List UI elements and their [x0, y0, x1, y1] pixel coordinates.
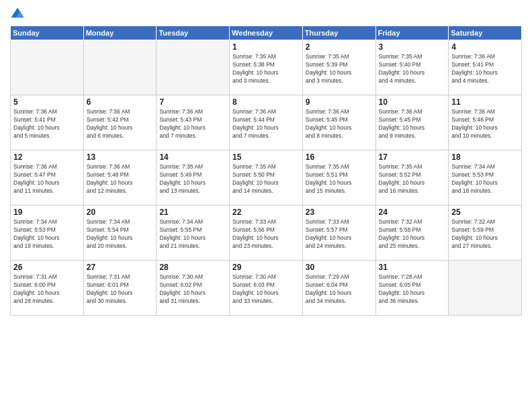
calendar-cell: 23Sunrise: 7:33 AM Sunset: 5:57 PM Dayli…	[302, 205, 375, 261]
calendar-cell: 29Sunrise: 7:30 AM Sunset: 6:03 PM Dayli…	[230, 261, 303, 316]
day-info: Sunrise: 7:36 AM Sunset: 5:44 PM Dayligh…	[232, 108, 300, 140]
day-number: 12	[13, 152, 81, 162]
day-info: Sunrise: 7:34 AM Sunset: 5:53 PM Dayligh…	[451, 163, 519, 195]
day-number: 5	[13, 97, 81, 107]
day-number: 7	[159, 97, 226, 107]
logo	[10, 7, 28, 21]
calendar-cell	[449, 261, 522, 316]
calendar-cell: 21Sunrise: 7:34 AM Sunset: 5:55 PM Dayli…	[157, 205, 230, 261]
calendar-week-1: 1Sunrise: 7:35 AM Sunset: 5:38 PM Daylig…	[11, 40, 522, 95]
day-info: Sunrise: 7:35 AM Sunset: 5:38 PM Dayligh…	[232, 53, 300, 85]
day-number: 13	[87, 152, 154, 162]
day-info: Sunrise: 7:30 AM Sunset: 6:02 PM Dayligh…	[159, 273, 226, 306]
day-number: 14	[159, 152, 226, 162]
day-info: Sunrise: 7:34 AM Sunset: 5:53 PM Dayligh…	[13, 218, 81, 250]
calendar-cell: 16Sunrise: 7:35 AM Sunset: 5:51 PM Dayli…	[302, 150, 375, 205]
calendar-cell: 18Sunrise: 7:34 AM Sunset: 5:53 PM Dayli…	[449, 150, 522, 205]
header	[10, 7, 522, 21]
calendar-cell: 9Sunrise: 7:36 AM Sunset: 5:45 PM Daylig…	[302, 95, 375, 150]
day-info: Sunrise: 7:36 AM Sunset: 5:48 PM Dayligh…	[87, 163, 154, 195]
calendar-cell: 12Sunrise: 7:36 AM Sunset: 5:47 PM Dayli…	[11, 150, 84, 205]
col-header-sunday: Sunday	[11, 26, 84, 40]
calendar-table: SundayMondayTuesdayWednesdayThursdayFrid…	[10, 26, 522, 316]
day-info: Sunrise: 7:36 AM Sunset: 5:41 PM Dayligh…	[13, 108, 81, 140]
calendar-cell: 14Sunrise: 7:35 AM Sunset: 5:49 PM Dayli…	[157, 150, 230, 205]
calendar-cell: 28Sunrise: 7:30 AM Sunset: 6:02 PM Dayli…	[157, 261, 230, 316]
calendar-cell	[83, 40, 157, 95]
day-number: 22	[232, 208, 300, 217]
calendar-cell: 24Sunrise: 7:32 AM Sunset: 5:58 PM Dayli…	[375, 205, 449, 261]
day-info: Sunrise: 7:33 AM Sunset: 5:56 PM Dayligh…	[232, 218, 300, 250]
day-number: 27	[87, 263, 154, 272]
day-number: 2	[306, 42, 373, 52]
day-info: Sunrise: 7:36 AM Sunset: 5:46 PM Dayligh…	[451, 108, 519, 140]
day-number: 26	[13, 263, 81, 272]
col-header-thursday: Thursday	[302, 26, 375, 40]
day-info: Sunrise: 7:34 AM Sunset: 5:55 PM Dayligh…	[159, 218, 226, 250]
day-info: Sunrise: 7:36 AM Sunset: 5:41 PM Dayligh…	[451, 53, 519, 85]
day-info: Sunrise: 7:30 AM Sunset: 6:03 PM Dayligh…	[232, 273, 300, 306]
calendar-cell: 20Sunrise: 7:34 AM Sunset: 5:54 PM Dayli…	[83, 205, 157, 261]
day-number: 18	[451, 152, 519, 162]
calendar-cell: 8Sunrise: 7:36 AM Sunset: 5:44 PM Daylig…	[230, 95, 303, 150]
calendar-cell: 31Sunrise: 7:28 AM Sunset: 6:05 PM Dayli…	[375, 261, 449, 316]
day-number: 31	[379, 263, 446, 272]
page: SundayMondayTuesdayWednesdayThursdayFrid…	[0, 0, 532, 411]
day-number: 19	[13, 208, 81, 217]
day-info: Sunrise: 7:31 AM Sunset: 6:01 PM Dayligh…	[87, 273, 154, 306]
calendar-cell: 26Sunrise: 7:31 AM Sunset: 6:00 PM Dayli…	[11, 261, 84, 316]
day-number: 24	[379, 208, 446, 217]
calendar-cell	[157, 40, 230, 95]
day-number: 3	[379, 42, 446, 52]
calendar-cell	[11, 40, 84, 95]
day-info: Sunrise: 7:35 AM Sunset: 5:51 PM Dayligh…	[306, 163, 373, 195]
calendar-cell: 10Sunrise: 7:36 AM Sunset: 5:45 PM Dayli…	[375, 95, 449, 150]
day-info: Sunrise: 7:33 AM Sunset: 5:57 PM Dayligh…	[306, 218, 373, 250]
calendar-cell: 2Sunrise: 7:35 AM Sunset: 5:39 PM Daylig…	[302, 40, 375, 95]
day-info: Sunrise: 7:36 AM Sunset: 5:47 PM Dayligh…	[13, 163, 81, 195]
day-number: 30	[306, 263, 373, 272]
day-number: 4	[451, 42, 519, 52]
calendar-cell: 30Sunrise: 7:29 AM Sunset: 6:04 PM Dayli…	[302, 261, 375, 316]
col-header-friday: Friday	[375, 26, 449, 40]
day-info: Sunrise: 7:32 AM Sunset: 5:58 PM Dayligh…	[379, 218, 446, 250]
calendar-cell: 25Sunrise: 7:32 AM Sunset: 5:59 PM Dayli…	[449, 205, 522, 261]
day-number: 8	[232, 97, 300, 107]
day-info: Sunrise: 7:31 AM Sunset: 6:00 PM Dayligh…	[13, 273, 81, 306]
day-number: 23	[306, 208, 373, 217]
day-info: Sunrise: 7:35 AM Sunset: 5:49 PM Dayligh…	[159, 163, 226, 195]
day-number: 20	[87, 208, 154, 217]
calendar-week-3: 12Sunrise: 7:36 AM Sunset: 5:47 PM Dayli…	[11, 150, 522, 205]
day-number: 16	[306, 152, 373, 162]
calendar-header-row: SundayMondayTuesdayWednesdayThursdayFrid…	[11, 26, 522, 40]
calendar-cell: 27Sunrise: 7:31 AM Sunset: 6:01 PM Dayli…	[83, 261, 157, 316]
logo-icon	[10, 7, 25, 21]
day-info: Sunrise: 7:36 AM Sunset: 5:42 PM Dayligh…	[87, 108, 154, 140]
day-number: 10	[379, 97, 446, 107]
day-info: Sunrise: 7:35 AM Sunset: 5:39 PM Dayligh…	[306, 53, 373, 85]
day-number: 6	[87, 97, 154, 107]
calendar-week-4: 19Sunrise: 7:34 AM Sunset: 5:53 PM Dayli…	[11, 205, 522, 261]
calendar-cell: 1Sunrise: 7:35 AM Sunset: 5:38 PM Daylig…	[230, 40, 303, 95]
calendar-week-5: 26Sunrise: 7:31 AM Sunset: 6:00 PM Dayli…	[11, 261, 522, 316]
calendar-cell: 3Sunrise: 7:35 AM Sunset: 5:40 PM Daylig…	[375, 40, 449, 95]
col-header-saturday: Saturday	[449, 26, 522, 40]
day-info: Sunrise: 7:35 AM Sunset: 5:40 PM Dayligh…	[379, 53, 446, 85]
day-info: Sunrise: 7:29 AM Sunset: 6:04 PM Dayligh…	[306, 273, 373, 306]
calendar-cell: 11Sunrise: 7:36 AM Sunset: 5:46 PM Dayli…	[449, 95, 522, 150]
day-number: 9	[306, 97, 373, 107]
day-info: Sunrise: 7:32 AM Sunset: 5:59 PM Dayligh…	[451, 218, 519, 250]
day-info: Sunrise: 7:28 AM Sunset: 6:05 PM Dayligh…	[379, 273, 446, 306]
calendar-cell: 5Sunrise: 7:36 AM Sunset: 5:41 PM Daylig…	[11, 95, 84, 150]
calendar-cell: 22Sunrise: 7:33 AM Sunset: 5:56 PM Dayli…	[230, 205, 303, 261]
day-info: Sunrise: 7:36 AM Sunset: 5:43 PM Dayligh…	[159, 108, 226, 140]
day-number: 29	[232, 263, 300, 272]
day-info: Sunrise: 7:36 AM Sunset: 5:45 PM Dayligh…	[379, 108, 446, 140]
calendar-cell: 15Sunrise: 7:35 AM Sunset: 5:50 PM Dayli…	[230, 150, 303, 205]
calendar-cell: 6Sunrise: 7:36 AM Sunset: 5:42 PM Daylig…	[83, 95, 157, 150]
col-header-monday: Monday	[83, 26, 157, 40]
day-number: 15	[232, 152, 300, 162]
day-number: 11	[451, 97, 519, 107]
day-number: 28	[159, 263, 226, 272]
calendar-cell: 7Sunrise: 7:36 AM Sunset: 5:43 PM Daylig…	[157, 95, 230, 150]
